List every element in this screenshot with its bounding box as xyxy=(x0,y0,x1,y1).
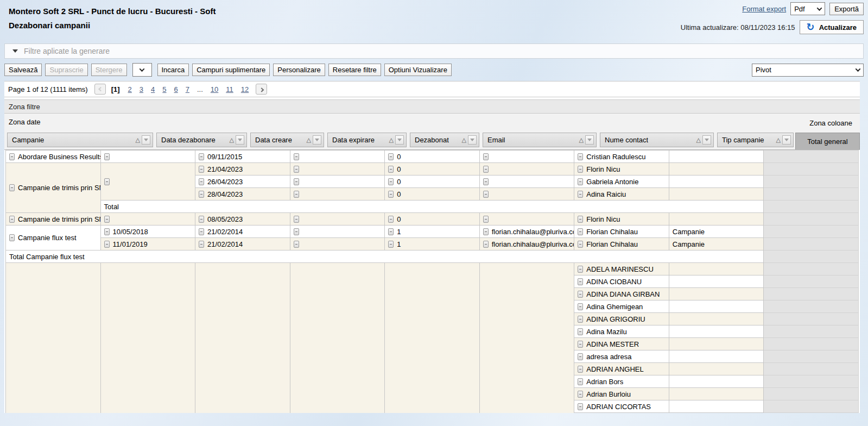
page-link-7[interactable]: 7 xyxy=(186,85,189,93)
collapse-icon[interactable] xyxy=(578,266,583,273)
total-general-header[interactable]: Total general xyxy=(795,133,860,149)
collapse-icon[interactable] xyxy=(388,153,394,160)
collapse-icon[interactable] xyxy=(294,153,299,160)
collapse-icon[interactable] xyxy=(578,166,583,173)
column-chip-data-creare[interactable]: Data creare△ xyxy=(250,133,324,147)
sort-asc-icon[interactable]: △ xyxy=(695,136,702,143)
format-export-link[interactable]: Format export xyxy=(742,5,786,13)
collapse-icon[interactable] xyxy=(483,178,489,185)
filters-panel-header[interactable]: Filtre aplicate la generare xyxy=(4,43,864,59)
collapse-icon[interactable] xyxy=(578,316,583,323)
collapse-icon[interactable] xyxy=(578,241,583,248)
collapse-icon[interactable] xyxy=(294,178,299,185)
toolbar-button-personalizare[interactable]: Personalizare xyxy=(273,64,325,76)
collapse-icon[interactable] xyxy=(578,228,583,235)
page-link-6[interactable]: 6 xyxy=(174,85,178,93)
collapse-icon[interactable] xyxy=(388,241,394,248)
collapse-icon[interactable] xyxy=(199,228,204,235)
collapse-icon[interactable] xyxy=(578,378,583,385)
column-filter-button[interactable] xyxy=(702,135,711,145)
refresh-button[interactable]: ↻ Actualizare xyxy=(800,20,864,34)
collapse-icon[interactable] xyxy=(294,191,299,198)
collapse-icon[interactable] xyxy=(483,191,489,198)
filter-zone-bar[interactable]: Zona filtre xyxy=(4,99,860,114)
sort-asc-icon[interactable]: △ xyxy=(388,136,395,143)
sort-asc-icon[interactable]: △ xyxy=(775,136,782,143)
collapse-icon[interactable] xyxy=(483,153,489,160)
collapse-icon[interactable] xyxy=(294,166,299,173)
collapse-icon[interactable] xyxy=(294,216,299,223)
collapse-icon[interactable] xyxy=(388,216,394,223)
collapse-icon[interactable] xyxy=(578,391,583,398)
sort-asc-icon[interactable]: △ xyxy=(460,136,468,143)
collapse-icon[interactable] xyxy=(578,353,583,360)
column-filter-button[interactable] xyxy=(142,135,150,145)
collapse-icon[interactable] xyxy=(104,228,110,235)
collapse-icon[interactable] xyxy=(388,166,394,173)
column-filter-button[interactable] xyxy=(468,135,477,145)
collapse-icon[interactable] xyxy=(388,191,394,198)
collapse-icon[interactable] xyxy=(104,178,110,185)
page-link-5[interactable]: 5 xyxy=(162,85,166,93)
collapse-icon[interactable] xyxy=(578,328,583,335)
page-link-12[interactable]: 12 xyxy=(241,85,249,93)
column-filter-button[interactable] xyxy=(236,135,244,145)
saved-views-select[interactable] xyxy=(132,63,152,77)
collapse-icon[interactable] xyxy=(578,291,583,298)
collapse-icon[interactable] xyxy=(104,241,110,248)
column-chip-campanie[interactable]: Campanie△ xyxy=(7,133,153,147)
toolbar-button-resetare-filtre[interactable]: Resetare filtre xyxy=(328,64,381,76)
sort-asc-icon[interactable]: △ xyxy=(305,136,313,143)
column-chip-tip-campanie[interactable]: Tip campanie△ xyxy=(717,133,794,147)
collapse-icon[interactable] xyxy=(199,153,204,160)
view-mode-select[interactable]: Pivot xyxy=(752,64,864,77)
sort-asc-icon[interactable]: △ xyxy=(578,136,585,143)
sort-asc-icon[interactable]: △ xyxy=(228,136,236,143)
collapse-icon[interactable] xyxy=(578,403,583,410)
column-filter-button[interactable] xyxy=(395,135,404,145)
column-chip-dezabonat[interactable]: Dezabonat△ xyxy=(410,133,479,147)
column-filter-button[interactable] xyxy=(313,135,321,145)
collapse-icon[interactable] xyxy=(9,234,15,241)
toolbar-button-optiuni-vizualizare[interactable]: Optiuni Vizualizare xyxy=(384,64,452,76)
page-link-2[interactable]: 2 xyxy=(128,85,132,93)
toolbar-button-incarca[interactable]: Incarca xyxy=(157,64,189,76)
collapse-icon[interactable] xyxy=(483,228,489,235)
next-page-button[interactable] xyxy=(256,84,267,95)
collapse-icon[interactable] xyxy=(483,166,489,173)
collapse-icon[interactable] xyxy=(199,241,204,248)
collapse-icon[interactable] xyxy=(483,216,489,223)
collapse-icon[interactable] xyxy=(199,216,204,223)
export-button[interactable]: Exportă xyxy=(829,3,864,15)
collapse-icon[interactable] xyxy=(578,191,583,198)
collapse-icon[interactable] xyxy=(294,228,299,235)
prev-page-button[interactable] xyxy=(94,84,106,95)
collapse-icon[interactable] xyxy=(388,178,394,185)
collapse-icon[interactable] xyxy=(578,303,583,310)
collapse-icon[interactable] xyxy=(9,216,15,223)
page-link-10[interactable]: 10 xyxy=(211,85,218,93)
sort-asc-icon[interactable]: △ xyxy=(134,136,142,143)
collapse-icon[interactable] xyxy=(578,366,583,373)
collapse-icon[interactable] xyxy=(578,216,583,223)
collapse-icon[interactable] xyxy=(9,153,15,160)
collapse-icon[interactable] xyxy=(388,228,394,235)
column-chip-data-dezabonare[interactable]: Data dezabonare△ xyxy=(156,133,247,147)
page-link-3[interactable]: 3 xyxy=(140,85,143,93)
column-chip-nume-contact[interactable]: Nume contact△ xyxy=(600,133,714,147)
collapse-icon[interactable] xyxy=(199,178,204,185)
collapse-icon[interactable] xyxy=(9,184,15,191)
collapse-icon[interactable] xyxy=(578,153,583,160)
collapse-icon[interactable] xyxy=(294,241,299,248)
column-filter-button[interactable] xyxy=(585,135,594,145)
page-link-4[interactable]: 4 xyxy=(151,85,155,93)
column-chip-email[interactable]: Email△ xyxy=(483,133,597,147)
collapse-icon[interactable] xyxy=(199,191,204,198)
collapse-icon[interactable] xyxy=(578,278,583,285)
toolbar-button-campuri-suplimentare[interactable]: Campuri suplimentare xyxy=(192,64,270,76)
collapse-icon[interactable] xyxy=(199,166,204,173)
page-link-11[interactable]: 11 xyxy=(226,85,233,93)
format-select[interactable]: Pdf xyxy=(790,2,825,15)
collapse-icon[interactable] xyxy=(104,216,110,223)
collapse-icon[interactable] xyxy=(483,241,489,248)
